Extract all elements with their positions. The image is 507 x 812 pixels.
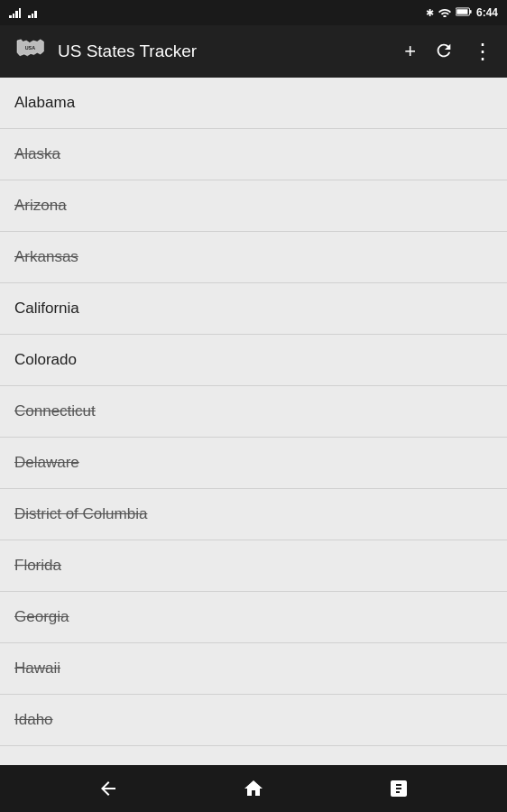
svg-rect-2 (456, 9, 467, 14)
state-name: Delaware (14, 454, 79, 471)
list-item[interactable]: California (0, 283, 507, 335)
list-item[interactable]: Alaska (0, 129, 507, 180)
back-button[interactable] (88, 769, 128, 808)
list-item[interactable]: Colorado (0, 335, 507, 386)
list-item[interactable]: District of Columbia (0, 489, 507, 540)
state-name: Florida (14, 557, 61, 574)
list-item[interactable]: Florida (0, 540, 507, 592)
add-button[interactable]: + (404, 42, 416, 61)
state-name: Colorado (14, 351, 77, 368)
state-name: Georgia (14, 608, 69, 625)
list-item[interactable]: Illinois (0, 746, 507, 765)
states-list: AlabamaAlaskaArizonaArkansasCaliforniaCo… (0, 78, 507, 765)
status-bar-left (9, 7, 37, 18)
list-item[interactable]: Arkansas (0, 232, 507, 283)
state-name: Hawaii (14, 660, 60, 677)
svg-text:USA: USA (25, 45, 35, 51)
bluetooth-icon: ✱ (426, 7, 434, 19)
refresh-button[interactable] (434, 41, 454, 63)
list-item[interactable]: Idaho (0, 695, 507, 746)
state-name: Arkansas (14, 248, 78, 265)
list-item[interactable]: Connecticut (0, 386, 507, 438)
signal-strength-icon (9, 7, 21, 18)
home-button[interactable] (234, 769, 273, 808)
more-options-button[interactable]: ⋮ (472, 41, 493, 62)
app-bar: USA US States Tracker + ⋮ (0, 25, 507, 78)
app-bar-actions: + ⋮ (404, 41, 493, 63)
state-name: California (14, 300, 79, 317)
list-item[interactable]: Alabama (0, 78, 507, 129)
status-bar: ✱ 6:44 (0, 0, 507, 25)
state-name: Connecticut (14, 402, 96, 420)
nav-bar (0, 765, 507, 812)
status-bar-right: ✱ 6:44 (426, 6, 498, 20)
list-item[interactable]: Georgia (0, 592, 507, 643)
status-time: 6:44 (476, 6, 498, 19)
battery-icon (456, 6, 472, 19)
carrier-icon (28, 7, 37, 18)
state-name: District of Columbia (14, 505, 147, 522)
recents-button[interactable] (379, 769, 419, 808)
state-name: Alaska (14, 145, 60, 162)
list-item[interactable]: Arizona (0, 180, 507, 232)
state-name: Arizona (14, 197, 67, 214)
state-name: Alabama (14, 94, 75, 111)
app-logo: USA (14, 35, 47, 68)
list-item[interactable]: Hawaii (0, 643, 507, 695)
state-name: Idaho (14, 711, 53, 728)
wifi-icon (438, 6, 451, 20)
app-title: US States Tracker (58, 42, 404, 61)
list-item[interactable]: Delaware (0, 438, 507, 489)
svg-rect-1 (470, 10, 472, 14)
